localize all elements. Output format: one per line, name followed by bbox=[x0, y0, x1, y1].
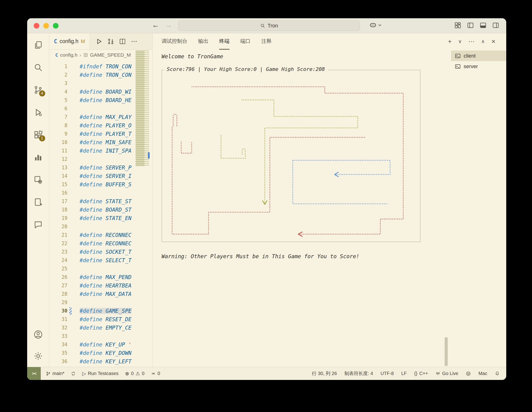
gutter-spacer bbox=[69, 105, 72, 112]
new-terminal-icon[interactable]: + bbox=[448, 38, 452, 45]
code-line-34[interactable]: 34#define KEY_UP ' bbox=[49, 340, 152, 349]
go-live-button[interactable]: Go Live bbox=[436, 371, 458, 376]
search-icon bbox=[260, 23, 265, 28]
eol[interactable]: LF bbox=[401, 371, 407, 376]
gutter-spacer bbox=[69, 181, 72, 188]
code-line-29[interactable]: 29 bbox=[49, 298, 152, 307]
account-icon[interactable] bbox=[33, 329, 44, 340]
panel-tab-调试控制台[interactable]: 调试控制台 bbox=[162, 33, 187, 50]
navigate-back-button[interactable]: ← bbox=[151, 21, 160, 29]
maximize-panel-icon[interactable]: ∧ bbox=[481, 39, 485, 44]
terminal-list-item-client[interactable]: client bbox=[451, 51, 506, 61]
os-indicator[interactable]: Mac bbox=[478, 371, 487, 376]
build-tools-icon[interactable] bbox=[33, 174, 44, 185]
code-line-31[interactable]: 31#define RESET_DE bbox=[49, 315, 152, 324]
code-line-27[interactable]: 27#define HEARTBEA bbox=[49, 281, 152, 290]
toggle-panel-icon[interactable] bbox=[480, 22, 487, 29]
gutter-spacer bbox=[69, 113, 72, 121]
command-center-search[interactable]: Tron bbox=[178, 21, 360, 31]
gutter-spacer bbox=[69, 240, 72, 247]
run-debug-icon[interactable] bbox=[33, 107, 44, 118]
remote-indicator[interactable]: >< bbox=[27, 367, 41, 380]
code-text: #define INIT_SPA bbox=[80, 148, 132, 154]
file-add-icon[interactable] bbox=[33, 197, 44, 208]
problems-status[interactable]: ⊗ 0 ⚠ 0 bbox=[125, 371, 144, 376]
code-line-20[interactable]: 20 bbox=[49, 222, 152, 231]
minimize-window-button[interactable] bbox=[43, 23, 49, 28]
terminal-output[interactable]: Welcome to TronGame Score:796 | Your Hig… bbox=[153, 50, 451, 367]
ports-status[interactable]: 0 bbox=[151, 371, 160, 376]
code-line-18[interactable]: 18#define BOARD_ST bbox=[49, 206, 152, 214]
navigate-forward-button[interactable]: → bbox=[164, 21, 173, 29]
minimap[interactable] bbox=[136, 51, 149, 166]
broadcast-icon bbox=[151, 371, 156, 376]
code-line-33[interactable]: 33 bbox=[49, 332, 152, 340]
zoom-window-button[interactable] bbox=[53, 23, 58, 28]
code-line-25[interactable]: 25 bbox=[49, 264, 152, 273]
panel-tab-终端[interactable]: 终端 bbox=[219, 33, 229, 50]
run-file-icon[interactable] bbox=[95, 38, 103, 45]
gutter-spacer bbox=[69, 332, 72, 340]
toggle-secondary-sidebar-icon[interactable] bbox=[492, 22, 499, 29]
branch-status[interactable]: main* bbox=[46, 371, 64, 376]
split-editor-icon[interactable] bbox=[119, 38, 126, 45]
code-line-24[interactable]: 24#define SELECT_T bbox=[49, 256, 152, 264]
close-window-button[interactable] bbox=[34, 23, 39, 28]
source-control-icon[interactable]: 4 bbox=[33, 84, 44, 95]
close-panel-icon[interactable]: × bbox=[491, 37, 495, 46]
copilot-menu[interactable] bbox=[370, 21, 382, 28]
settings-gear-icon[interactable] bbox=[33, 350, 44, 362]
minimap-cursor-marker bbox=[148, 152, 150, 159]
line-number: 13 bbox=[49, 165, 67, 170]
feedback-smiley-icon[interactable] bbox=[466, 371, 471, 376]
line-number: 5 bbox=[49, 97, 67, 103]
code-line-26[interactable]: 26#define MAX_PEND bbox=[49, 273, 152, 281]
code-line-32[interactable]: 32#define EMPTY_CE bbox=[49, 324, 152, 332]
explorer-icon[interactable] bbox=[33, 39, 44, 51]
panel-tab-端口[interactable]: 端口 bbox=[240, 33, 251, 50]
code-line-14[interactable]: 14#define SERVER_I bbox=[49, 172, 152, 180]
cursor-position[interactable]: 行 30, 列 26 bbox=[312, 370, 337, 377]
panel-more-icon[interactable]: ⋯ bbox=[468, 38, 475, 45]
code-line-17[interactable]: 17#define STATE_ST bbox=[49, 197, 152, 206]
code-text: #define GAME_SPE bbox=[80, 308, 132, 314]
more-actions-icon[interactable] bbox=[131, 38, 138, 45]
gutter-spacer bbox=[69, 282, 72, 289]
code-line-21[interactable]: 21#define RECONNEC bbox=[49, 231, 152, 239]
code-line-28[interactable]: 28#define MAX_DATA bbox=[49, 290, 152, 298]
extensions-icon[interactable]: 1 bbox=[33, 129, 44, 140]
panel-tab-输出[interactable]: 输出 bbox=[198, 33, 209, 50]
activity-bar: 4 1 bbox=[27, 33, 49, 367]
code-line-19[interactable]: 19#define STATE_EN bbox=[49, 214, 152, 222]
line-number: 12 bbox=[49, 156, 67, 162]
sync-status[interactable] bbox=[71, 371, 76, 376]
line-number: 14 bbox=[49, 173, 67, 179]
code-text: #define BUFFER_S bbox=[80, 181, 132, 187]
code-line-30[interactable]: 30#define GAME_SPE bbox=[49, 307, 152, 315]
notifications-bell-icon[interactable] bbox=[495, 371, 500, 376]
toggle-primary-sidebar-icon[interactable] bbox=[467, 22, 474, 29]
chart-icon[interactable] bbox=[33, 152, 44, 163]
run-testcases-button[interactable]: ▷ Run Testcases bbox=[82, 371, 118, 376]
search-sidebar-icon[interactable] bbox=[33, 62, 44, 73]
terminal-dropdown-icon[interactable]: ∨ bbox=[458, 39, 462, 44]
terminal-scrollbar[interactable] bbox=[445, 337, 448, 366]
encoding[interactable]: UTF-8 bbox=[380, 371, 394, 376]
code-line-16[interactable]: 16 bbox=[49, 189, 152, 197]
open-changes-icon[interactable] bbox=[107, 38, 114, 45]
language-mode[interactable]: {} C++ bbox=[414, 371, 428, 376]
line-number: 35 bbox=[49, 350, 67, 356]
code-line-23[interactable]: 23#define SOCKET_T bbox=[49, 248, 152, 256]
line-number: 4 bbox=[49, 89, 67, 94]
code-line-22[interactable]: 22#define RECONNEC bbox=[49, 239, 152, 248]
tab-size[interactable]: 制表符长度: 4 bbox=[344, 370, 373, 377]
code-line-35[interactable]: 35#define KEY_DOWN bbox=[49, 349, 152, 357]
customize-layout-icon[interactable] bbox=[454, 22, 461, 29]
code-line-15[interactable]: 15#define BUFFER_S bbox=[49, 180, 152, 189]
tab-config-h[interactable]: C config.h M bbox=[49, 33, 90, 49]
code-line-36[interactable]: 36#define KEY_LEFT bbox=[49, 357, 152, 366]
code-line-37[interactable]: 37#define KEY_RIGH bbox=[49, 366, 152, 367]
comments-icon[interactable] bbox=[33, 219, 44, 230]
panel-tab-注释[interactable]: 注释 bbox=[261, 33, 272, 50]
terminal-list-item-server[interactable]: server bbox=[451, 61, 506, 72]
